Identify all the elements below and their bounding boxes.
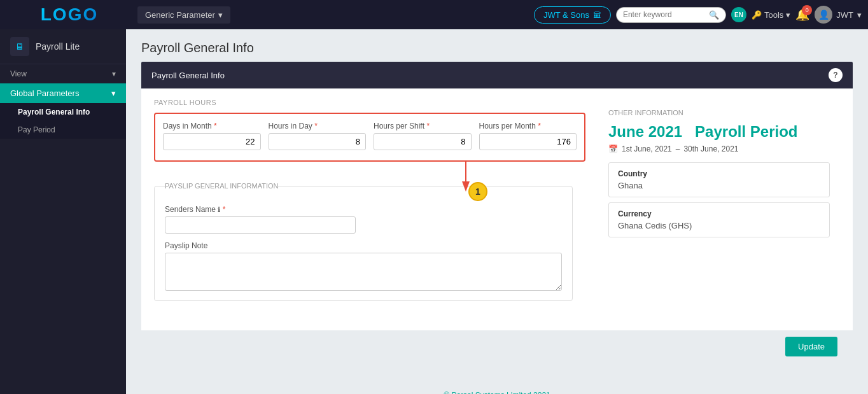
sidebar-item-global-parameters[interactable]: Global Parameters ▾ [0,83,126,103]
currency-value: Ghana Cedis (GHS) [618,221,820,230]
sidebar-item-pay-period[interactable]: Pay Period [0,121,126,139]
sidebar: 🖥 Payroll Lite View ▾ Global Parameters … [0,29,126,394]
building-icon: 🏛 [593,10,601,20]
days-in-month-field: Days in Month * [163,122,261,150]
period-dates: 📅 1st June, 2021 – 30th June, 2021 [608,144,830,153]
hours-per-shift-input[interactable] [374,133,472,150]
currency-label: Currency [618,209,820,218]
chevron-down-icon: ▾ [218,10,223,20]
payslip-note-group: Payslip Note [165,241,562,293]
calendar-icon: 📅 [608,144,618,153]
annotation-container: Payroll Hours Days in Month * [154,99,585,163]
senders-name-group: Senders Name ℹ * [165,205,562,234]
hours-in-day-label: Hours in Day * [269,122,367,130]
search-icon: 🔍 [709,10,719,20]
main-layout: 🖥 Payroll Lite View ▾ Global Parameters … [0,29,868,394]
info-icon: ℹ [218,206,220,213]
hours-per-month-label: Hours per Month * [479,122,577,130]
hours-per-shift-label: Hours per Shift * [374,122,472,130]
side-col: Other Information June 2021 Payroll Peri… [598,99,840,253]
user-area[interactable]: 👤 JWT ▾ [815,6,862,24]
hours-per-month-field: Hours per Month * [479,122,577,150]
required-star: * [538,122,541,130]
payslip-note-label: Payslip Note [165,241,562,250]
days-in-month-label: Days in Month * [163,122,261,130]
company-button[interactable]: JWT & Sons 🏛 [534,6,611,24]
card-header-bar: Payroll General Info ? [141,62,853,88]
sidebar-app-label: Payroll Lite [36,41,80,52]
notification-wrap: 🔔 0 [795,8,809,22]
search-input[interactable] [623,10,706,19]
chevron-down-icon: ▾ [112,69,116,78]
senders-name-input[interactable] [165,216,356,234]
required-star: * [214,122,217,130]
hours-outline: Days in Month * Hours in D [154,113,585,162]
country-block: Country Ghana [608,162,830,197]
tools-button[interactable]: 🔑 Tools ▾ [752,10,790,20]
hours-in-day-field: Hours in Day * [269,122,367,150]
search-box: 🔍 [616,7,726,23]
logo-area: LOGO [6,0,132,29]
card-header-title: Payroll General Info [151,71,225,80]
monitor-icon: 🖥 [10,37,29,56]
other-info-panel: Other Information June 2021 Payroll Peri… [598,99,840,253]
required-star: * [314,122,318,130]
country-value: Ghana [618,181,820,190]
senders-name-label: Senders Name ℹ * [165,205,562,214]
update-bar: Update [141,330,853,367]
form-inner: Payroll Hours Days in Month * [141,88,853,318]
days-in-month-input[interactable] [163,133,261,150]
payslip-section: Payslip General Information Senders Name… [154,182,585,307]
avatar: 👤 [815,6,832,24]
sidebar-app-item: 🖥 Payroll Lite [0,29,126,64]
hours-per-month-input[interactable] [479,133,577,150]
page-header: Payroll General Info [126,29,868,62]
other-info-legend: Other Information [608,109,830,116]
logo: LOGO [41,4,98,25]
payslip-note-textarea[interactable] [165,253,562,291]
topbar-nav: Generic Parameter ▾ [137,6,529,24]
payroll-period-title: June 2021 Payroll Period [608,123,830,141]
payslip-legend: Payslip General Information [165,182,278,190]
topbar-right: JWT & Sons 🏛 🔍 EN 🔑 Tools ▾ 🔔 0 👤 JWT ▾ [534,6,862,24]
country-label: Country [618,169,820,178]
hours-grid: Days in Month * Hours in D [163,122,577,150]
two-col-layout: Payroll Hours Days in Month * [154,99,840,307]
hours-per-shift-field: Hours per Shift * [374,122,472,150]
language-badge[interactable]: EN [731,7,746,22]
user-name: JWT [836,10,853,20]
chevron-down-icon: ▾ [857,10,862,20]
hours-in-day-input[interactable] [269,133,367,150]
required-star: * [426,122,430,130]
form-card: Payroll Hours Days in Month * [141,88,853,330]
sidebar-item-view[interactable]: View ▾ [0,64,126,83]
main-col: Payroll Hours Days in Month * [154,99,585,307]
help-button[interactable]: ? [829,68,843,82]
chevron-down-icon: ▾ [786,10,790,20]
tools-icon: 🔑 [752,10,762,20]
generic-param-button[interactable]: Generic Parameter ▾ [137,6,230,24]
currency-block: Currency Ghana Cedis (GHS) [608,202,830,237]
required-star: * [223,205,226,214]
annotation-badge: 1 [468,182,487,201]
notification-badge: 0 [802,5,812,15]
topbar: LOGO Generic Parameter ▾ JWT & Sons 🏛 🔍 … [0,0,868,29]
update-button[interactable]: Update [785,337,837,356]
main-content: Payroll General Info Payroll General Inf… [126,29,868,394]
sidebar-item-payroll-general-info[interactable]: Payroll General Info [0,103,126,121]
chevron-down-icon: ▾ [111,88,116,98]
content-area: Payroll General Info ? Payroll Hours [126,62,868,382]
payroll-hours-legend: Payroll Hours [154,99,216,106]
page-footer: © Persol Systems Limited 2021 [126,382,868,394]
page-title: Payroll General Info [141,41,853,55]
